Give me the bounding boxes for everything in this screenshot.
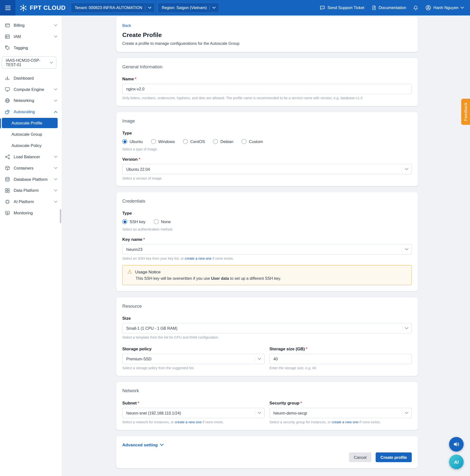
announcement-button[interactable]	[449, 437, 463, 452]
credentials-type-radio-group: SSH key None	[122, 219, 412, 224]
image-type-radio-ubuntu[interactable]: Ubuntu	[122, 139, 143, 144]
region-label: Region: Saigon (Vietnam)	[162, 5, 207, 10]
chevron-down-icon	[405, 412, 408, 414]
sidebar-item-billing[interactable]: Billing	[0, 20, 62, 31]
ai-assistant-button[interactable]: AI	[449, 455, 463, 469]
cancel-button[interactable]: Cancel	[349, 453, 371, 462]
sidebar-item-load-balancer[interactable]: Load Balancer	[0, 151, 62, 162]
tenant-label: Tenant: 000823-INFRA-AUTOMATION	[75, 5, 142, 10]
subnet-help-text: Select a network for instances, or creat…	[122, 420, 265, 424]
storage-policy-field: Storage policy Premium-SSD Select a stor…	[122, 346, 265, 370]
credentials-type-help-text: Select an authentication method.	[122, 227, 412, 231]
image-type-radio-centos[interactable]: CentOS	[183, 139, 205, 144]
name-input[interactable]	[122, 84, 412, 94]
sidebar-item-monitoring[interactable]: Monitoring	[0, 207, 62, 219]
radio-icon	[151, 139, 156, 144]
advanced-setting-toggle[interactable]: Advanced setting	[122, 442, 163, 447]
storage-policy-select[interactable]: Premium-SSD	[122, 354, 265, 364]
chevron-down-icon	[54, 35, 58, 38]
security-group-select[interactable]: hieunn-demo-secgr	[270, 408, 412, 418]
image-section: Image Type Ubuntu Windows CentOS	[116, 112, 418, 186]
documentation-link[interactable]: Documentation	[371, 5, 406, 10]
create-new-subnet-link[interactable]: create a new one	[175, 420, 201, 424]
sidebar-item-ai-platform[interactable]: AI Platform	[0, 196, 62, 207]
dashboard-icon	[5, 76, 10, 81]
credentials-type-label: Type	[122, 211, 412, 216]
radio-selected-icon	[122, 139, 127, 144]
image-type-label: Type	[122, 131, 412, 136]
sidebar-item-iam[interactable]: IAM	[0, 31, 62, 42]
region-select[interactable]: Region: Saigon (Vietnam)	[158, 3, 219, 13]
image-type-radio-debian[interactable]: Debian	[213, 139, 234, 144]
sidebar-scrollbar[interactable]	[60, 209, 61, 223]
version-help-text: Select a version of image.	[122, 176, 412, 180]
name-label: Name*	[122, 76, 412, 81]
bell-icon	[413, 5, 419, 10]
menu-toggle-button[interactable]	[0, 0, 16, 16]
chevron-down-icon	[405, 327, 408, 329]
radio-icon	[154, 219, 159, 224]
page-header-card: Back Create Profile Create a profile to …	[116, 17, 418, 52]
sidebar-item-database-platform[interactable]: Database Platform	[0, 174, 62, 185]
sidebar-item-autoscale-group[interactable]: Autoscale Group	[0, 129, 62, 140]
key-name-label: Key name*	[122, 237, 412, 242]
project-select[interactable]: IAAS-HCM10-OSP-TEST-01	[2, 57, 56, 69]
create-profile-button[interactable]: Create profile	[375, 453, 412, 462]
sidebar-item-autoscale-profile[interactable]: Autoscale Profile	[2, 118, 58, 128]
page-subtitle: Create a profile to manage configuaratio…	[122, 41, 412, 46]
credentials-radio-none[interactable]: None	[154, 219, 171, 224]
chevron-down-icon	[405, 168, 408, 170]
sidebar-item-compute-engine[interactable]: Compute Engine	[0, 84, 62, 95]
notice-title: Usage Notice	[135, 269, 161, 274]
footer-actions-card: Advanced setting Cancel Create profile	[116, 436, 418, 468]
sidebar-item-autoscaling[interactable]: Autoscaling	[0, 106, 62, 118]
fpt-logo-icon	[19, 4, 27, 12]
support-ticket-link[interactable]: Send Support Ticket	[320, 5, 364, 11]
subnet-label: Subnet*	[122, 401, 265, 406]
resource-section: Resource Size Small-1 (1 CPU - 1 GB RAM)…	[116, 297, 418, 376]
storage-size-input[interactable]	[270, 354, 412, 364]
size-help-text: Select a template from the list for CPU …	[122, 336, 412, 339]
image-type-radio-custom[interactable]: Custom	[242, 139, 263, 144]
tenant-select[interactable]: Tenant: 000823-INFRA-AUTOMATION	[71, 3, 155, 13]
database-icon	[5, 177, 10, 182]
sidebar-item-data-platform[interactable]: Data Platform	[0, 185, 62, 196]
security-group-field: Security group* hieunn-demo-secgr Select…	[270, 401, 412, 424]
radio-selected-icon	[122, 219, 127, 224]
notifications-button[interactable]	[413, 5, 419, 10]
fpt-cloud-logo: FPT CLOUD	[19, 4, 65, 12]
container-box-icon	[5, 166, 10, 171]
chevron-down-icon	[461, 7, 464, 9]
key-name-select[interactable]: hieunn23	[122, 244, 412, 255]
active-item-indicator	[0, 118, 1, 128]
user-menu[interactable]: Hanh Nguyen	[425, 5, 464, 11]
image-type-radio-windows[interactable]: Windows	[151, 139, 175, 144]
chevron-down-icon	[405, 248, 408, 251]
subnet-field: Subnet* hieunn-snet (192.168.110.1/24) S…	[122, 401, 265, 424]
credentials-radio-ssh-key[interactable]: SSH key	[122, 219, 146, 224]
sidebar-item-dashboard[interactable]: Dashboard	[0, 72, 62, 84]
billing-icon	[5, 23, 10, 28]
size-label: Size	[122, 316, 412, 321]
chevron-down-icon	[54, 88, 58, 91]
back-link[interactable]: Back	[122, 23, 131, 28]
subnet-select[interactable]: hieunn-snet (192.168.110.1/24)	[122, 408, 265, 418]
sidebar-item-autoscale-policy[interactable]: Autoscale Policy	[0, 140, 62, 151]
sidebar-item-tagging[interactable]: Tagging	[0, 42, 62, 53]
create-new-key-link[interactable]: create a new one	[185, 256, 211, 260]
credentials-section: Credentials Type SSH key None Select an …	[116, 192, 418, 291]
create-new-security-group-link[interactable]: create a new one	[332, 420, 358, 424]
sidebar-item-networking[interactable]: Networking	[0, 95, 62, 106]
section-title: General Information	[122, 64, 412, 69]
hamburger-icon	[5, 6, 10, 6]
feedback-tab[interactable]: Feedback	[461, 99, 470, 125]
chip-icon	[5, 199, 10, 204]
chevron-down-icon	[212, 7, 216, 9]
size-select[interactable]: Small-1 (1 CPU - 1 GB RAM)	[122, 323, 412, 333]
chevron-down-icon	[258, 412, 261, 414]
sidebar-item-containers[interactable]: Containers	[0, 162, 62, 174]
usage-notice-banner: ⚠ Usage Notice This SSH key will be over…	[122, 265, 412, 285]
version-select[interactable]: Ubuntu 22.04	[122, 164, 412, 174]
page-title: Create Profile	[122, 32, 412, 39]
image-type-help-text: Select a type of image.	[122, 147, 412, 151]
